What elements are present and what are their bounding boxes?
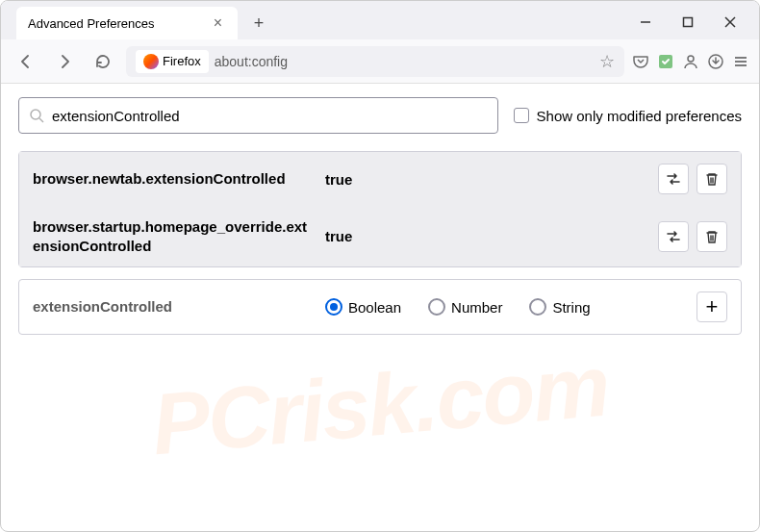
firefox-icon <box>143 54 159 69</box>
type-radio-boolean[interactable]: Boolean <box>325 298 401 316</box>
checkbox-label: Show only modified preferences <box>537 108 742 124</box>
checkbox-icon <box>514 108 529 123</box>
svg-rect-1 <box>684 18 693 27</box>
back-button[interactable] <box>11 46 41 77</box>
search-icon <box>29 108 44 123</box>
toggle-button[interactable] <box>658 164 689 194</box>
delete-button[interactable] <box>697 221 727 252</box>
preference-value: true <box>325 171 645 188</box>
url-bar[interactable]: Firefox about:config ☆ <box>126 46 624 77</box>
reload-button[interactable] <box>88 46 118 77</box>
preference-row: browser.newtab.extensionControlled true <box>19 152 741 206</box>
radio-label: String <box>552 299 590 316</box>
preferences-list: browser.newtab.extensionControlled true … <box>18 151 742 267</box>
extension-icon[interactable] <box>657 53 674 70</box>
browser-toolbar: Firefox about:config ☆ <box>1 39 759 84</box>
new-preference-name: extensionControlled <box>33 297 312 317</box>
new-preference-row: extensionControlled Boolean Number Strin… <box>18 279 742 335</box>
close-window-button[interactable] <box>721 13 740 32</box>
radio-icon <box>428 298 445 316</box>
show-modified-checkbox[interactable]: Show only modified preferences <box>514 108 742 124</box>
type-radio-number[interactable]: Number <box>428 298 502 316</box>
account-icon[interactable] <box>682 53 699 70</box>
pocket-icon[interactable] <box>632 53 649 70</box>
svg-point-10 <box>31 110 40 119</box>
maximize-button[interactable] <box>678 13 697 32</box>
radio-label: Boolean <box>348 299 401 316</box>
bookmark-star-icon[interactable]: ☆ <box>599 51 615 72</box>
svg-point-5 <box>688 56 694 62</box>
toggle-button[interactable] <box>658 221 689 252</box>
new-tab-button[interactable]: + <box>245 10 272 37</box>
downloads-icon[interactable] <box>707 53 724 70</box>
tab-title: Advanced Preferences <box>28 16 155 31</box>
svg-line-11 <box>39 118 43 122</box>
browser-label: Firefox <box>163 54 201 68</box>
radio-label: Number <box>451 299 502 316</box>
radio-icon <box>325 298 342 316</box>
search-input[interactable] <box>52 108 488 124</box>
preference-name: browser.newtab.extensionControlled <box>33 169 312 189</box>
menu-button[interactable] <box>732 53 749 70</box>
preference-value: true <box>325 228 645 244</box>
radio-icon <box>529 298 546 316</box>
delete-button[interactable] <box>697 164 727 194</box>
close-tab-icon[interactable]: × <box>210 13 226 34</box>
preference-row: browser.startup.homepage_override.extens… <box>19 206 741 266</box>
minimize-button[interactable] <box>636 13 655 32</box>
add-button[interactable]: + <box>697 291 727 322</box>
preference-name: browser.startup.homepage_override.extens… <box>33 217 312 255</box>
url-text: about:config <box>215 54 288 69</box>
forward-button[interactable] <box>49 46 80 77</box>
browser-tab[interactable]: Advanced Preferences × <box>16 7 238 39</box>
identity-badge[interactable]: Firefox <box>136 50 209 73</box>
titlebar: Advanced Preferences × + <box>1 1 759 39</box>
type-radio-string[interactable]: String <box>529 298 590 316</box>
search-box[interactable] <box>18 97 498 134</box>
